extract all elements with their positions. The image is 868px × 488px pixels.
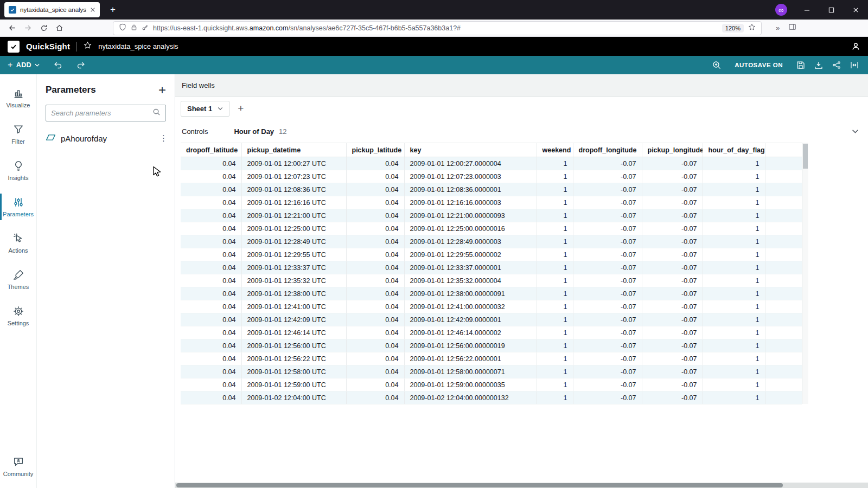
cell-weekend[interactable]: 1 (537, 274, 573, 287)
cell-pickup_latitude[interactable]: 0.04 (346, 209, 404, 222)
toolbar-overflow-icon[interactable]: » (776, 24, 780, 32)
cell-pickup_datetime[interactable]: 2009-01-01 12:56:22 UTC (241, 352, 346, 365)
cell-pickup_longitude[interactable]: -0.07 (642, 313, 703, 326)
cell-pickup_datetime[interactable]: 2009-01-01 12:29:55 UTC (241, 248, 346, 261)
cell-pickup_longitude[interactable]: -0.07 (642, 391, 703, 404)
cell-dropoff_latitude[interactable]: 0.04 (181, 352, 241, 365)
cell-hour_of_day_flag[interactable]: 1 (703, 391, 765, 404)
window-minimize-button[interactable] (795, 0, 819, 20)
cell-weekend[interactable]: 1 (537, 287, 573, 300)
bookmark-star-icon[interactable] (748, 23, 756, 33)
forward-button[interactable] (20, 21, 36, 35)
cell-dropoff_latitude[interactable]: 0.04 (181, 222, 241, 235)
cell-pickup_datetime[interactable]: 2009-01-01 12:25:00 UTC (241, 222, 346, 235)
table-row[interactable]: 0.042009-01-01 12:16:16 UTC0.042009-01-0… (181, 196, 802, 209)
url-bar[interactable]: https://us-east-1.quicksight.aws.amazon.… (113, 21, 762, 35)
cell-key[interactable]: 2009-01-01 12:21:00.00000093 (404, 209, 537, 222)
cell-weekend[interactable]: 1 (537, 196, 573, 209)
cell-dropoff_longitude[interactable]: -0.07 (573, 378, 642, 391)
cell-pickup_datetime[interactable]: 2009-01-02 12:04:00 UTC (241, 391, 346, 404)
cell-weekend[interactable]: 1 (537, 261, 573, 274)
table-row[interactable]: 0.042009-01-01 12:58:00 UTC0.042009-01-0… (181, 365, 802, 378)
field-wells-bar[interactable]: Field wells (175, 74, 868, 97)
tracking-shield-icon[interactable] (119, 23, 126, 33)
cell-dropoff_latitude[interactable]: 0.04 (181, 391, 241, 404)
column-header-weekend[interactable]: weekend (537, 143, 573, 157)
table-row[interactable]: 0.042009-01-01 12:42:09 UTC0.042009-01-0… (181, 313, 802, 326)
save-icon[interactable] (795, 59, 807, 71)
cell-dropoff_latitude[interactable]: 0.04 (181, 261, 241, 274)
cell-dropoff_longitude[interactable]: -0.07 (573, 170, 642, 183)
column-header-pickup_latitude[interactable]: pickup_latitude (346, 143, 404, 157)
cell-dropoff_latitude[interactable]: 0.04 (181, 248, 241, 261)
controls-collapse-button[interactable] (847, 124, 863, 139)
undo-button[interactable] (52, 59, 63, 71)
cell-pickup_longitude[interactable]: -0.07 (642, 170, 703, 183)
cell-key[interactable]: 2009-01-01 12:16:16.0000003 (404, 196, 537, 209)
table-row[interactable]: 0.042009-01-01 12:28:49 UTC0.042009-01-0… (181, 235, 802, 248)
sidebar-item-settings[interactable]: Settings (0, 298, 36, 334)
cell-dropoff_latitude[interactable]: 0.04 (181, 339, 241, 352)
cell-dropoff_latitude[interactable]: 0.04 (181, 365, 241, 378)
cell-key[interactable]: 2009-01-01 12:33:37.0000001 (404, 261, 537, 274)
cell-pickup_longitude[interactable]: -0.07 (642, 261, 703, 274)
cell-hour_of_day_flag[interactable]: 1 (703, 378, 765, 391)
cell-dropoff_longitude[interactable]: -0.07 (573, 391, 642, 404)
cell-dropoff_longitude[interactable]: -0.07 (573, 339, 642, 352)
export-icon[interactable] (813, 59, 825, 71)
cell-dropoff_longitude[interactable]: -0.07 (573, 300, 642, 313)
table-row[interactable]: 0.042009-01-01 12:25:00 UTC0.042009-01-0… (181, 222, 802, 235)
cell-pickup_latitude[interactable]: 0.04 (346, 183, 404, 196)
cell-weekend[interactable]: 1 (537, 222, 573, 235)
cell-pickup_latitude[interactable]: 0.04 (346, 313, 404, 326)
cell-weekend[interactable]: 1 (537, 300, 573, 313)
table-row[interactable]: 0.042009-01-01 12:41:00 UTC0.042009-01-0… (181, 300, 802, 313)
cell-pickup_latitude[interactable]: 0.04 (346, 170, 404, 183)
zoom-level-button[interactable]: 120% (722, 24, 744, 33)
cell-pickup_datetime[interactable]: 2009-01-01 12:33:37 UTC (241, 261, 346, 274)
cell-key[interactable]: 2009-01-01 12:41:00.00000032 (404, 300, 537, 313)
cell-pickup_datetime[interactable]: 2009-01-01 12:59:00 UTC (241, 378, 346, 391)
cell-dropoff_longitude[interactable]: -0.07 (573, 261, 642, 274)
search-parameters-input[interactable] (51, 109, 149, 117)
reload-button[interactable] (36, 21, 52, 35)
cell-hour_of_day_flag[interactable]: 1 (703, 183, 765, 196)
cell-dropoff_longitude[interactable]: -0.07 (573, 209, 642, 222)
column-header-hour_of_day_flag[interactable]: hour_of_day_flag (703, 143, 765, 157)
cell-pickup_longitude[interactable]: -0.07 (642, 339, 703, 352)
cell-dropoff_longitude[interactable]: -0.07 (573, 196, 642, 209)
cell-hour_of_day_flag[interactable]: 1 (703, 222, 765, 235)
cell-key[interactable]: 2009-01-01 12:00:27.0000004 (404, 157, 537, 170)
sidebar-toggle-icon[interactable] (788, 23, 796, 33)
table-row[interactable]: 0.042009-01-01 12:35:32 UTC0.042009-01-0… (181, 274, 802, 287)
cell-dropoff_latitude[interactable]: 0.04 (181, 313, 241, 326)
column-header-pickup_datetime[interactable]: pickup_datetime (241, 143, 346, 157)
cell-key[interactable]: 2009-01-02 12:04:00.000000132 (404, 391, 537, 404)
user-menu-icon[interactable] (851, 42, 860, 51)
cell-hour_of_day_flag[interactable]: 1 (703, 352, 765, 365)
cell-pickup_longitude[interactable]: -0.07 (642, 183, 703, 196)
cell-dropoff_longitude[interactable]: -0.07 (573, 248, 642, 261)
sidebar-item-themes[interactable]: Themes (0, 261, 36, 298)
cell-dropoff_latitude[interactable]: 0.04 (181, 287, 241, 300)
lock-icon[interactable] (131, 24, 137, 33)
cell-pickup_datetime[interactable]: 2009-01-01 12:00:27 UTC (241, 157, 346, 170)
cell-pickup_latitude[interactable]: 0.04 (346, 352, 404, 365)
cell-pickup_datetime[interactable]: 2009-01-01 12:58:00 UTC (241, 365, 346, 378)
cell-hour_of_day_flag[interactable]: 1 (703, 300, 765, 313)
cell-pickup_latitude[interactable]: 0.04 (346, 378, 404, 391)
parameter-menu-icon[interactable]: ⋮ (159, 133, 168, 143)
cell-pickup_datetime[interactable]: 2009-01-01 12:56:00 UTC (241, 339, 346, 352)
cell-key[interactable]: 2009-01-01 12:56:00.00000019 (404, 339, 537, 352)
cell-pickup_longitude[interactable]: -0.07 (642, 378, 703, 391)
table-row[interactable]: 0.042009-01-01 12:38:00 UTC0.042009-01-0… (181, 287, 802, 300)
cell-weekend[interactable]: 1 (537, 183, 573, 196)
cell-hour_of_day_flag[interactable]: 1 (703, 157, 765, 170)
column-header-pickup_longitude[interactable]: pickup_longitude (642, 143, 703, 157)
cell-weekend[interactable]: 1 (537, 352, 573, 365)
cell-hour_of_day_flag[interactable]: 1 (703, 196, 765, 209)
sidebar-item-actions[interactable]: Actions (0, 225, 36, 261)
cell-dropoff_latitude[interactable]: 0.04 (181, 326, 241, 339)
cell-pickup_latitude[interactable]: 0.04 (346, 157, 404, 170)
cell-dropoff_latitude[interactable]: 0.04 (181, 209, 241, 222)
